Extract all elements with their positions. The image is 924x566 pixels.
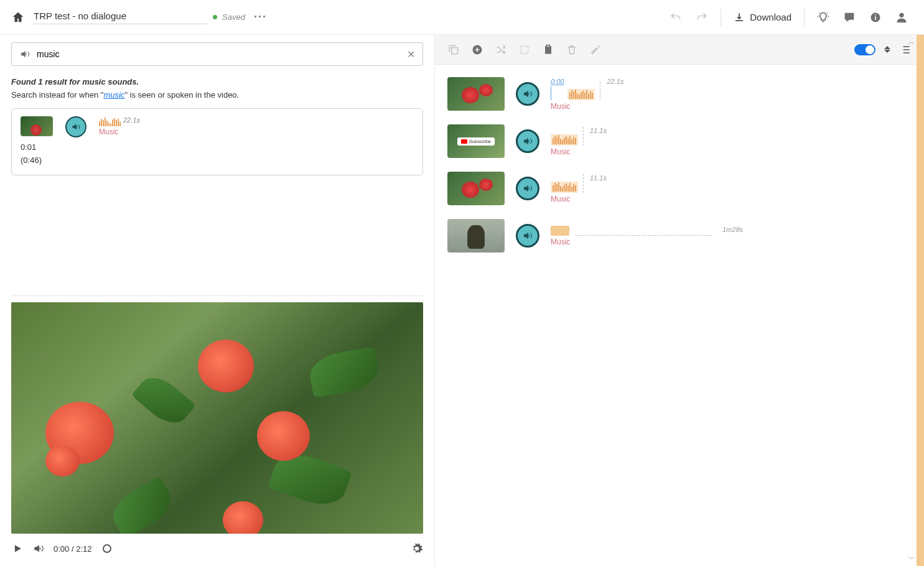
edit-icon[interactable] [589,44,602,56]
result-start-time: 0:01 [21,141,53,154]
clipboard-icon[interactable] [542,44,554,56]
clip-audio-button[interactable] [516,177,539,200]
instead-prefix: Search instead for when " [11,90,103,100]
more-menu-icon[interactable]: ··· [254,11,267,24]
clip-duration: 22.1s [607,78,623,85]
clip-track: 11.1s Music [551,174,607,203]
scrubber[interactable] [103,544,111,553]
result-card[interactable]: 0:01 (0:46) 22.1s [11,108,423,175]
clip-thumbnail[interactable] [447,77,505,111]
waveform-icon [551,134,578,146]
search-instead: Search instead for when "music" is seen … [11,90,423,100]
clip-row[interactable]: Subscribe 11.1s Music [447,124,905,158]
crop-icon[interactable] [518,44,531,56]
undo-icon[interactable] [665,6,687,29]
result-length: (0:46) [21,154,53,167]
result-meta: 0:01 (0:46) [21,141,53,167]
scroll-up-icon[interactable]: ︿ [908,37,915,47]
waveform-icon [567,89,595,100]
waveform-block: 22.1s Music [99,116,140,136]
timeline-toolbar [435,35,924,65]
video-preview[interactable] [11,302,423,534]
scroll-down-icon[interactable]: ﹀ [908,554,915,564]
sort-icon[interactable] [884,46,890,53]
results-term: music sounds [82,77,136,86]
volume-icon[interactable] [32,542,45,555]
project-title[interactable]: TRP test - no dialogue [34,11,208,24]
waveform-icon [551,182,578,193]
search-instead-link[interactable]: music [103,90,124,100]
result-thumbnail[interactable] [21,116,53,136]
home-icon[interactable] [11,11,25,24]
results-count: Found 1 result for music sounds. [11,77,423,86]
clip-thumbnail[interactable]: Subscribe [447,124,505,158]
clip-track: 0:0022.1s Music [551,78,623,111]
search-input[interactable] [37,49,401,59]
svg-rect-2 [875,14,876,16]
waveform-icon [551,226,569,236]
redo-icon[interactable] [691,6,713,29]
clip-thumbnail[interactable] [447,172,505,205]
result-thumb-col: 0:01 (0:46) [21,116,53,167]
preview-area: 0:00 / 2:12 [0,284,434,566]
clear-search-icon[interactable]: ✕ [407,49,415,60]
search-container: ✕ [0,35,434,73]
clip-track: 11.1s Music [551,127,607,156]
top-bar: TRP test - no dialogue Saved ··· Downloa… [0,0,924,35]
result-duration: 22.1s [123,116,140,124]
copy-icon[interactable] [447,44,460,56]
clip-duration: 11.1s [590,174,607,182]
speaker-icon [19,49,30,60]
add-icon[interactable] [471,44,483,56]
waveform-icon [99,116,121,126]
divider [804,9,805,26]
clip-label: Music [551,238,905,246]
clip-track: 1m28s Music [551,226,905,246]
svg-rect-8 [547,45,550,47]
clip-audio-button[interactable] [516,82,539,106]
clip-duration: 1m28s [722,226,743,233]
results-area: Found 1 result for music sounds. Search … [0,73,434,179]
result-row: 0:01 (0:46) 22.1s [21,116,414,167]
main-content: ✕ Found 1 result for music sounds. Searc… [0,35,924,566]
scroll-indicator[interactable] [917,35,924,566]
results-suffix: . [137,77,139,86]
result-label: Music [99,128,140,136]
right-panel: 0:0022.1s MusicSubscribe 11.1s Music 11.… [435,35,924,566]
clip-label: Music [551,195,607,203]
user-icon[interactable] [890,6,913,29]
clip-row[interactable]: 1m28s Music [447,219,905,253]
player-time: 0:00 / 2:12 [54,544,91,554]
toolbar-right [854,44,912,56]
playhead-time: 0:00 [551,78,564,85]
view-toggle[interactable] [854,44,875,55]
audio-play-button[interactable] [65,116,86,137]
comment-icon[interactable] [838,6,861,29]
player-controls: 0:00 / 2:12 [11,534,423,555]
svg-point-3 [899,12,903,17]
clip-row[interactable]: 0:0022.1s Music [447,77,905,111]
info-icon[interactable] [864,6,887,29]
svg-rect-1 [875,16,876,20]
lightbulb-icon[interactable] [812,6,834,29]
clip-row[interactable]: 11.1s Music [447,172,905,205]
search-box[interactable]: ✕ [11,42,423,66]
download-label: Download [750,12,791,22]
clip-audio-button[interactable] [516,129,539,153]
clips-list: 0:0022.1s MusicSubscribe 11.1s Music 11.… [435,65,924,566]
top-bar-right: Download [665,6,913,29]
clip-audio-button[interactable] [516,224,539,248]
saved-dot-icon [213,15,217,19]
shuffle-icon[interactable] [495,44,507,56]
instead-suffix: " is seen or spoken in the video. [124,90,239,100]
results-prefix: Found 1 result for [11,77,82,86]
clip-thumbnail[interactable] [447,219,505,253]
trash-icon[interactable] [566,44,578,56]
left-panel: ✕ Found 1 result for music sounds. Searc… [0,35,435,566]
download-button[interactable]: Download [729,12,796,23]
play-button[interactable] [11,542,24,555]
settings-icon[interactable] [411,542,423,555]
saved-label: Saved [222,12,245,22]
save-status: Saved [213,12,245,22]
clip-label: Music [551,147,607,156]
